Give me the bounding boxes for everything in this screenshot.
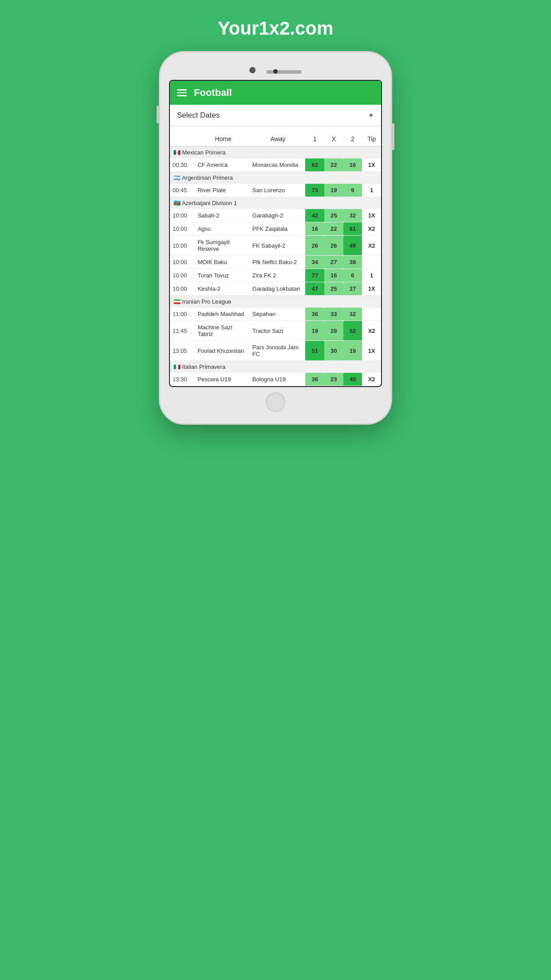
match-odds-x: 22 [324,158,343,172]
header-title: Football [194,87,232,99]
match-away-team: San Lorenzo [251,184,305,197]
league-name: 🇦🇷 Argentinian Primera [170,172,381,184]
table-row: 10:00 Keshla-2 Garadag Lokbatan 47 25 27… [170,282,381,296]
match-odds-x: 27 [324,256,343,269]
match-tip: X2 [362,222,381,236]
table-row: 00:45 River Plate San Lorenzo 73 19 9 1 [170,184,381,197]
league-row: 🇦🇿 Azerbaijani Division 1 [170,197,381,209]
match-odds-x: 23 [324,373,343,386]
hamburger-menu-button[interactable] [177,89,187,96]
match-time: 10:00 [170,282,196,296]
match-odds-1: 36 [305,373,324,386]
col-header-1: 1 [305,132,324,146]
matches-table-container: Home Away 1 X 2 Tip 🇲🇽 Mexican Primera 0… [170,132,381,386]
match-odds-x: 30 [324,341,343,361]
match-odds-2: 27 [343,282,362,296]
match-odds-1: 73 [305,184,324,197]
match-odds-x: 28 [324,321,343,341]
match-time: 10:00 [170,269,196,282]
match-tip: 1X [362,209,381,222]
league-name: 🇲🇽 Mexican Primera [170,146,381,159]
match-odds-1: 42 [305,209,324,222]
table-row: 10:00 MOIK Baku Pfk Neftci Baku-2 34 27 … [170,256,381,269]
match-away-team: Pfk Neftci Baku-2 [251,256,305,269]
league-name: 🇦🇿 Azerbaijani Division 1 [170,197,381,209]
col-header-away: Away [251,132,305,146]
league-row: 🇮🇷 Iranian Pro League [170,296,381,308]
phone-bottom [169,387,382,415]
match-away-team: Garadag Lokbatan [251,282,305,296]
hamburger-line-1 [177,89,187,91]
phone-screen: Football Select Dates ▼ Home Away 1 X 2 … [169,80,382,387]
earpiece-dot [273,69,278,74]
match-away-team: Zira FK 2 [251,269,305,282]
match-odds-2: 32 [343,308,362,321]
match-away-team: Tractor Sazi [251,321,305,341]
match-time: 13:05 [170,341,196,361]
table-row: 11:00 Padideh Mashhad Sepahan 36 33 32 [170,308,381,321]
app-title: Your1x2.com [218,0,334,52]
match-time: 11:45 [170,321,196,341]
match-home-team: Agsu [196,222,250,236]
match-time: 10:00 [170,236,196,256]
match-odds-2: 19 [343,341,362,361]
match-home-team: River Plate [196,184,250,197]
phone-frame: Football Select Dates ▼ Home Away 1 X 2 … [160,52,391,423]
phone-speaker [266,70,302,74]
match-tip: 1 [362,269,381,282]
flag-icon: 🇦🇷 [173,174,181,181]
match-time: 13:30 [170,373,196,386]
table-row: 10:00 Turan Tovuz Zira FK 2 77 16 6 1 [170,269,381,282]
hamburger-line-2 [177,92,187,94]
table-header-row: Home Away 1 X 2 Tip [170,132,381,146]
match-odds-2: 40 [343,373,362,386]
table-row: 13:05 Foolad Khuzestan Pars Jonoubi Jam … [170,341,381,361]
match-odds-1: 77 [305,269,324,282]
match-odds-2: 6 [343,269,362,282]
match-odds-2: 49 [343,236,362,256]
match-time: 11:00 [170,308,196,321]
match-home-team: Keshla-2 [196,282,250,296]
match-odds-x: 25 [324,209,343,222]
match-home-team: Turan Tovuz [196,269,250,282]
table-row: 10:00 Agsu PFK Zaqatala 16 22 61 X2 [170,222,381,236]
match-away-team: Pars Jonoubi Jam FC [251,341,305,361]
match-tip [362,308,381,321]
match-odds-2: 38 [343,256,362,269]
match-time: 00:45 [170,184,196,197]
match-home-team: CF America [196,158,250,172]
flag-icon: 🇲🇽 [173,149,181,156]
match-home-team: MOIK Baku [196,256,250,269]
side-button-right [392,123,394,150]
flag-icon: 🇦🇿 [173,200,181,206]
col-header-home: Home [196,132,250,146]
match-odds-2: 32 [343,209,362,222]
league-name: 🇮🇹 Italian Primavera [170,361,381,373]
table-row: 11:45 Machine Sazi Tabriz Tractor Sazi 1… [170,321,381,341]
match-odds-x: 22 [324,222,343,236]
league-row: 🇦🇷 Argentinian Primera [170,172,381,184]
col-header-time [170,132,196,146]
match-odds-x: 33 [324,308,343,321]
league-row: 🇮🇹 Italian Primavera [170,361,381,373]
select-dates-dropdown[interactable]: Select Dates ▼ [170,105,381,126]
match-tip: X2 [362,236,381,256]
match-odds-1: 19 [305,321,324,341]
match-time: 10:00 [170,209,196,222]
match-tip: 1X [362,282,381,296]
match-odds-1: 34 [305,256,324,269]
match-tip: 1X [362,158,381,172]
match-home-team: Machine Sazi Tabriz [196,321,250,341]
app-header: Football [170,81,381,105]
front-camera [249,67,256,73]
flag-icon: 🇮🇹 [173,364,181,370]
match-time: 00:30 [170,158,196,172]
match-odds-1: 62 [305,158,324,172]
match-odds-1: 36 [305,308,324,321]
home-button[interactable] [266,392,285,412]
match-away-team: PFK Zaqatala [251,222,305,236]
matches-table: Home Away 1 X 2 Tip 🇲🇽 Mexican Primera 0… [170,132,381,386]
table-row: 10:00 Fk Sumgayit Reserve FK Sabayil-2 2… [170,236,381,256]
match-odds-1: 16 [305,222,324,236]
spacer [170,126,381,132]
